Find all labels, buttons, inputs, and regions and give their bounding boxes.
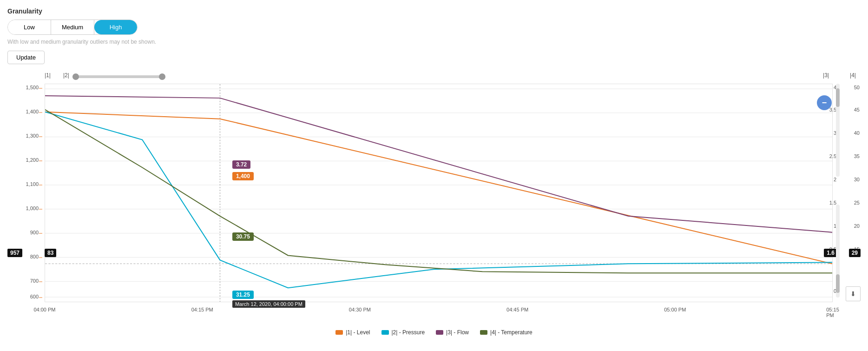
scrollbar-right-bottom[interactable] <box>835 205 840 298</box>
legend-color-temp <box>480 330 487 335</box>
crosshair-label: March 12, 2020, 04:00:00 PM <box>232 300 305 308</box>
badge-level: 1,400 <box>232 172 254 180</box>
granularity-btn-group: Low Medium High <box>7 20 138 35</box>
x-axis: 04:00 PM 04:15 PM 04:30 PM 04:45 PM 05:0… <box>45 307 833 316</box>
y-axis-left1: 1,500 1,400 1,300 1,200 1,100 1,000 900 … <box>7 84 42 302</box>
axis-badge-29: 29 <box>849 249 861 257</box>
legend-item-level: |1| - Level <box>335 329 370 336</box>
granularity-low-btn[interactable]: Low <box>8 20 51 34</box>
axis-bracket-4: |4| <box>850 72 856 79</box>
x-tick-5: 05:15 PM <box>826 307 839 318</box>
page: Granularity Low Medium High With low and… <box>0 0 868 351</box>
legend-color-level <box>335 330 343 335</box>
y-axis-right3: 4 3.5 3 2.5 2 1.5 1 0.5 0 <box>816 84 837 302</box>
x-tick-1: 04:15 PM <box>191 307 213 312</box>
x-tick-4: 05:00 PM <box>664 307 686 312</box>
update-button[interactable]: Update <box>7 51 45 64</box>
legend-label-flow: |3| - Flow <box>446 329 469 336</box>
x-tick-3: 04:45 PM <box>506 307 528 312</box>
granularity-note: With low and medium granularity outliers… <box>7 39 861 45</box>
download-icon: ⬇ <box>850 290 856 298</box>
minus-button[interactable]: − <box>817 95 832 110</box>
legend-item-flow: |3| - Flow <box>436 329 469 336</box>
x-tick-0: 04:00 PM <box>33 307 55 312</box>
slider-thumb-right[interactable] <box>159 73 165 80</box>
legend-item-pressure: |2| - Pressure <box>381 329 425 336</box>
legend: |1| - Level |2| - Pressure |3| - Flow |4… <box>7 325 861 339</box>
legend-color-pressure <box>381 330 389 335</box>
badge-temp: 30.75 <box>232 232 254 241</box>
chart-container: |1| |2| |3| |4| <box>7 70 861 339</box>
legend-label-level: |1| - Level <box>346 329 370 336</box>
badge-flow: 3.72 <box>232 160 250 169</box>
legend-label-pressure: |2| - Pressure <box>392 329 425 336</box>
legend-item-temperature: |4| - Temperature <box>480 329 533 336</box>
granularity-medium-btn[interactable]: Medium <box>51 20 94 34</box>
x-tick-2: 04:30 PM <box>349 307 371 312</box>
slider-container <box>45 70 833 84</box>
legend-color-flow <box>436 330 443 335</box>
badge-pressure: 31.25 <box>232 291 254 299</box>
axis-badge-83: 83 <box>45 249 56 257</box>
download-button[interactable]: ⬇ <box>846 286 861 301</box>
y-axis-right4: 50 45 40 35 30 25 20 15 <box>838 84 861 302</box>
legend-label-temp: |4| - Temperature <box>490 329 533 336</box>
slider-fill <box>72 75 165 78</box>
slider-thumb-left[interactable] <box>72 73 79 80</box>
chart-area[interactable] <box>45 84 833 302</box>
axis-badge-957: 957 <box>7 249 22 257</box>
granularity-high-btn[interactable]: High <box>94 20 137 34</box>
slider-track <box>72 75 165 78</box>
scrollbar-right-top[interactable] <box>835 84 840 177</box>
granularity-label: Granularity <box>7 7 861 15</box>
minus-icon: − <box>822 98 827 108</box>
